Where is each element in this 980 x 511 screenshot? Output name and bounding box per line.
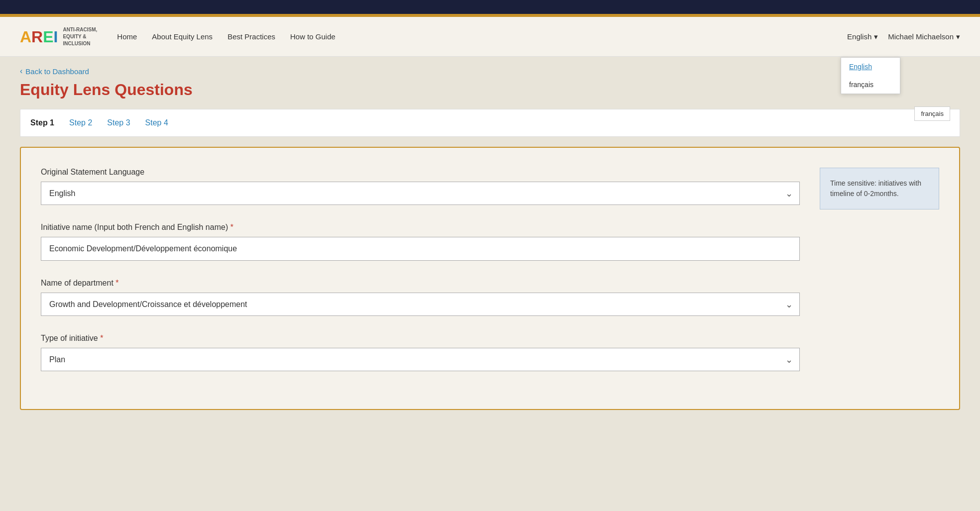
- logo-e: E: [43, 28, 53, 46]
- form-sidebar: Time sensitive: initiatives with timelin…: [820, 168, 939, 389]
- required-star-type: *: [100, 334, 103, 342]
- lang-option-english[interactable]: English: [841, 58, 900, 76]
- language-selector-label: English: [847, 32, 871, 41]
- user-menu-chevron: ▾: [956, 32, 960, 41]
- department-group: Name of department * Growth and Developm…: [41, 279, 800, 316]
- step-tab-1[interactable]: Step 1: [30, 116, 54, 129]
- steps-bar: Step 1 Step 2 Step 3 Step 4: [20, 109, 960, 137]
- department-wrapper: Growth and Development/Croissance et dév…: [41, 293, 800, 316]
- back-to-dashboard-link[interactable]: ‹ Back to Dashboard: [20, 67, 960, 76]
- form-container: Original Statement Language English fran…: [20, 147, 960, 410]
- user-menu[interactable]: Michael Michaelson ▾: [888, 32, 960, 41]
- original-statement-language-label: Original Statement Language: [41, 168, 800, 177]
- original-statement-language-wrapper: English français ⌄: [41, 182, 800, 205]
- initiative-name-label: Initiative name (Input both French and E…: [41, 223, 800, 232]
- back-chevron-icon: ‹: [20, 67, 22, 76]
- department-label: Name of department *: [41, 279, 800, 288]
- type-of-initiative-select[interactable]: Plan Program Policy Project: [41, 348, 800, 371]
- language-selector-chevron: ▾: [874, 32, 878, 41]
- info-box-text: Time sensitive: initiatives with timelin…: [830, 179, 921, 198]
- type-of-initiative-group: Type of initiative * Plan Program Policy…: [41, 334, 800, 371]
- form-main: Original Statement Language English fran…: [41, 168, 800, 389]
- logo-r: R: [31, 28, 43, 46]
- type-of-initiative-label: Type of initiative *: [41, 334, 800, 343]
- nav-links: Home About Equity Lens Best Practices Ho…: [117, 32, 847, 41]
- logo-tagline: ANTI-RACISM, EQUITY & INCLUSION: [63, 26, 97, 47]
- back-to-dashboard-label: Back to Dashboard: [25, 67, 89, 76]
- step-tab-2[interactable]: Step 2: [69, 116, 92, 129]
- user-name: Michael Michaelson: [888, 32, 954, 41]
- logo-letters: AREI: [20, 29, 58, 45]
- info-box: Time sensitive: initiatives with timelin…: [820, 168, 939, 209]
- department-select[interactable]: Growth and Development/Croissance et dév…: [41, 293, 800, 316]
- nav-home[interactable]: Home: [117, 32, 137, 41]
- francais-tooltip: français: [914, 106, 950, 121]
- logo-a: A: [20, 28, 31, 46]
- step-tab-3[interactable]: Step 3: [107, 116, 130, 129]
- required-star-initiative: *: [230, 223, 233, 231]
- header-right: English ▾ English français Michael Micha…: [847, 32, 960, 41]
- nav-how-to-guide[interactable]: How to Guide: [290, 32, 335, 41]
- language-selector-button[interactable]: English ▾: [847, 32, 878, 41]
- nav-best-practices[interactable]: Best Practices: [227, 32, 275, 41]
- header: AREI ANTI-RACISM, EQUITY & INCLUSION Hom…: [0, 17, 980, 57]
- nav-about-equity-lens[interactable]: About Equity Lens: [152, 32, 213, 41]
- required-star-department: *: [115, 279, 118, 287]
- type-of-initiative-wrapper: Plan Program Policy Project ⌄: [41, 348, 800, 371]
- lang-option-francais[interactable]: français: [841, 76, 900, 94]
- top-bar: [0, 0, 980, 14]
- language-dropdown: English français: [841, 57, 900, 94]
- content-area: ‹ Back to Dashboard Equity Lens Question…: [0, 57, 980, 420]
- initiative-name-group: Initiative name (Input both French and E…: [41, 223, 800, 261]
- initiative-name-input[interactable]: [41, 237, 800, 261]
- original-statement-language-group: Original Statement Language English fran…: [41, 168, 800, 205]
- step-tab-4[interactable]: Step 4: [145, 116, 168, 129]
- logo-area: AREI ANTI-RACISM, EQUITY & INCLUSION: [20, 26, 97, 47]
- original-statement-language-select[interactable]: English français: [41, 182, 800, 205]
- page-title: Equity Lens Questions: [20, 81, 960, 99]
- logo-i: I: [54, 28, 58, 46]
